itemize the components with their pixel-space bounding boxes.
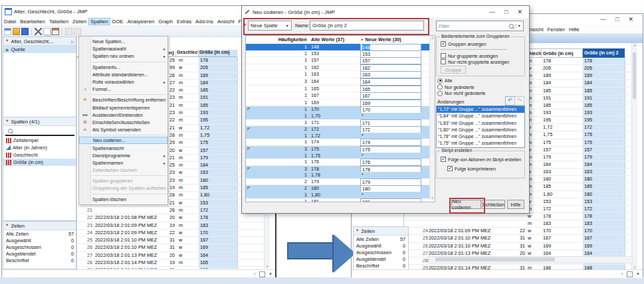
- new-value-input[interactable]: 157: [360, 57, 421, 64]
- menubar-item-hilfe[interactable]: Hilfe: [567, 26, 582, 33]
- recode-row[interactable]: 2179179: [246, 178, 429, 186]
- recode-row[interactable]: 1169169: [246, 100, 429, 107]
- new-table-icon[interactable]: [4, 28, 11, 35]
- menubar-item-ansicht[interactable]: Ansicht: [215, 18, 237, 25]
- column-item-geschlecht[interactable]: Geschlecht: [3, 151, 76, 159]
- table-row[interactable]: 242022/03/18 2:01:09 PM MEZ22w170: [76, 230, 265, 237]
- menu-item-zellenfarben-l-schen[interactable]: Zellenfarben löschen: [79, 167, 167, 174]
- new-value-input[interactable]: 163: [360, 71, 421, 78]
- menu-item-spalten-neu-ordnen[interactable]: Spalten neu ordnen▸: [79, 52, 167, 60]
- refresh-up-icon[interactable]: ↑: [621, 271, 623, 277]
- new-value-input[interactable]: 169: [360, 100, 421, 107]
- table-row[interactable]: 262022/03/18 2:01:10 PM MEZ31w169: [76, 244, 265, 251]
- red-triangle-icon[interactable]: ▼: [5, 39, 9, 43]
- change-list-item[interactable]: "1,80" mit Gruppe ..." zusammenführen: [437, 127, 524, 133]
- menubar-item-graph[interactable]: Graph: [156, 18, 175, 25]
- col-header-groesse[interactable]: Größe (in cm): [199, 50, 237, 57]
- menubar-item-datei[interactable]: Datei: [2, 18, 18, 25]
- recode-row-group[interactable]: 3178178: [246, 166, 429, 173]
- change-list-item[interactable]: "1,72" mit Gruppe ..." zusammenführen: [437, 106, 524, 113]
- right-rows-panel-header[interactable]: ▼Zeilen: [354, 227, 408, 236]
- gray-2-icon[interactable]: [74, 28, 81, 35]
- col-header-geschlecht[interactable]: Geschlecht: [176, 50, 199, 57]
- new-column-select[interactable]: Neue Spalte▼: [248, 21, 292, 31]
- status-dropdown-icon[interactable]: ▼: [268, 272, 272, 276]
- collapse-icon[interactable]: ▷: [71, 39, 74, 44]
- menu-item-einschlie-en-ausschlie-en[interactable]: Einschließen/Ausschließen⊘: [79, 119, 167, 126]
- table-row[interactable]: 2126m172: [76, 207, 265, 214]
- menu-item-neue-spalten-[interactable]: Neue Spalten...: [79, 38, 167, 45]
- table-row[interactable]: 222022/03/18 2:01:08 PM MEZ20w178: [76, 214, 265, 222]
- recode-row[interactable]: 1153153: [246, 50, 429, 58]
- table-row[interactable]: 242022/03/18 2:01:09 PM MEZ22w170170: [404, 228, 631, 235]
- menu-item-gruppierung-der-spalten-aufheben[interactable]: Gruppierung der Spalten aufheben: [79, 184, 167, 192]
- menu-item-spaltenansicht[interactable]: Spaltenansicht: [79, 144, 167, 151]
- menu-item-formel-[interactable]: Formel...＋: [79, 86, 167, 93]
- change-list-item[interactable]: "1,75" mit Gruppe ..." zusammenführen: [437, 140, 524, 147]
- redo-button[interactable]: ↷: [514, 96, 524, 106]
- cb-gruppen-anzeigen[interactable]: Gruppen anzeigen: [441, 41, 486, 46]
- menubar-item-bearbeiten[interactable]: Bearbeiten: [18, 18, 47, 25]
- radio-icon[interactable]: [437, 78, 443, 84]
- new-value-input[interactable]: 181: [360, 198, 421, 202]
- menu-item-spalten-gruppieren[interactable]: Spalten gruppieren: [79, 177, 167, 184]
- cut-icon[interactable]: [35, 28, 42, 35]
- table-row[interactable]: 252022/03/18 2:01:10 PM MEZ31w167167: [404, 235, 631, 242]
- new-value-input[interactable]: 153: [360, 50, 421, 58]
- checkbox-checked-icon[interactable]: [441, 157, 446, 162]
- menu-item-neu-codieren-[interactable]: Neu codieren...: [79, 137, 167, 144]
- radio-alle[interactable]: Alle: [437, 78, 524, 84]
- recode-row-child[interactable]: 11,70*: [246, 113, 429, 119]
- menu-item-als-symbol-verwenden[interactable]: Als Symbol verwenden✳: [79, 126, 167, 133]
- open-icon[interactable]: [13, 28, 20, 35]
- change-list-item[interactable]: "1,83" mit Gruppe ..." zusammenführen: [437, 120, 524, 127]
- table-row[interactable]: 272022/03/18 2:01:13 PM MEZ20w164: [76, 252, 265, 259]
- minimize-button[interactable]: —: [600, 16, 606, 23]
- hdr-neue-werte[interactable]: ▼ Neue Werte (30): [360, 36, 427, 42]
- col-header-groesse2-selected[interactable]: Größe (in cm) 2: [583, 48, 625, 58]
- close-button[interactable]: ✕: [628, 16, 633, 23]
- minimize-button[interactable]: —: [489, 9, 495, 15]
- radio-icon[interactable]: [437, 84, 443, 90]
- table-row[interactable]: 252022/03/18 2:01:10 PM MEZ31w167: [76, 237, 265, 244]
- recode-row[interactable]: 1148148: [246, 44, 429, 50]
- column-item-alter-in-jahren-[interactable]: Alter (in Jahren): [3, 144, 76, 151]
- cb-nur-nicht-gruppierte[interactable]: Nur nicht-gruppierte anzeigen: [441, 59, 509, 64]
- col-header-groesse-2[interactable]: Größe (in cm): [542, 48, 583, 58]
- checkbox-checked-icon[interactable]: [441, 41, 446, 46]
- undo-button[interactable]: ↶: [505, 96, 515, 106]
- menubar-item-add-ins[interactable]: Add-Ins: [193, 18, 215, 25]
- new-value-input[interactable]: 174: [360, 139, 421, 146]
- dialog-titlebar[interactable]: Neu codieren - Größe (in cm) - JMP —□✕: [242, 6, 529, 18]
- menubar-item-analysieren[interactable]: Analysieren: [126, 18, 157, 25]
- menu-item-dienstprogramme[interactable]: Dienstprogramme▸: [79, 152, 167, 159]
- gruppe-button[interactable]: Gruppe: [441, 66, 466, 74]
- recode-row[interactable]: 1174174: [246, 139, 429, 146]
- gray-1-icon[interactable]: [65, 28, 72, 35]
- recode-row-child[interactable]: 11,78*: [246, 172, 429, 178]
- checkbox-icon[interactable]: [441, 59, 446, 64]
- recode-row[interactable]: 1171171: [246, 119, 429, 127]
- source-item[interactable]: ▶Quelle: [3, 46, 76, 53]
- name-field[interactable]: Größe (in cm) 2: [310, 21, 424, 31]
- radio-icon[interactable]: [437, 91, 443, 96]
- new-value-input[interactable]: 164: [360, 78, 421, 86]
- chevron-down-icon[interactable]: ▼: [516, 24, 521, 28]
- recode-row[interactable]: 1181181: [246, 198, 429, 202]
- menu-item-spaltennamen[interactable]: Spaltennamen▸: [79, 159, 167, 167]
- copy-icon[interactable]: [43, 28, 51, 35]
- new-value-input[interactable]: 171: [360, 119, 421, 127]
- rows-panel-header[interactable]: ▼Zeilen: [3, 222, 76, 230]
- table-row[interactable]: 292022/03/18 2:01:14 PM MEZ31m188188: [404, 265, 631, 269]
- menu-item-spalten-l-schen[interactable]: Spalten löschen: [79, 196, 167, 203]
- hilfe-button[interactable]: Hilfe: [507, 200, 524, 209]
- save-icon[interactable]: [21, 28, 29, 35]
- changes-listbox[interactable]: "1,72" mit Gruppe ..." zusammenführen"1,…: [436, 106, 525, 148]
- menu-item-spalteninfo-[interactable]: Spalteninfo...: [79, 64, 167, 71]
- table-row[interactable]: w178178: [404, 213, 631, 220]
- columns-panel-header[interactable]: ▼Spalten (4/1): [3, 117, 76, 126]
- hdr-alte-werte[interactable]: Alte Werte (37): [311, 36, 364, 42]
- filter-input[interactable]: Filter ▼: [436, 21, 524, 31]
- recode-row-group[interactable]: 2172172: [246, 126, 429, 133]
- recode-row-group[interactable]: 2180180: [246, 185, 429, 192]
